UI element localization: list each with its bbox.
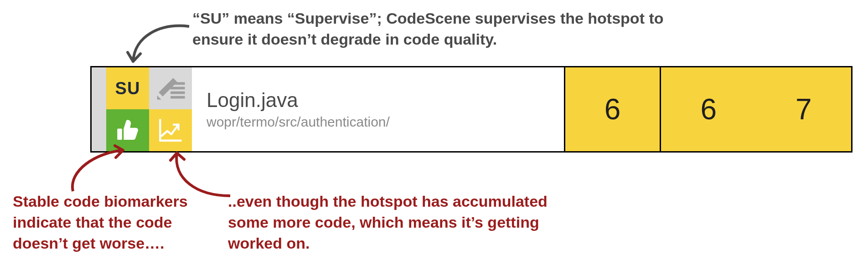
row-left-gutter [92, 67, 106, 151]
file-info: Login.java wopr/termo/src/authentication… [192, 67, 564, 151]
trend-up-icon [158, 117, 183, 143]
annotation-stable-biomarkers: Stable code biomarkers indicate that the… [13, 191, 227, 254]
supervise-label: SU [115, 79, 140, 98]
metric-c-value: 7 [796, 92, 812, 126]
svg-rect-2 [170, 82, 185, 85]
metric-c: 7 [756, 67, 852, 151]
metric-b: 6 [661, 67, 756, 151]
svg-rect-6 [117, 129, 122, 140]
edit-cell [149, 67, 192, 109]
file-path: wopr/termo/src/authentication/ [207, 114, 564, 130]
trend-cell [149, 109, 192, 151]
stable-biomarker-cell [106, 109, 149, 151]
annotation-su-meaning: “SU” means “Supervise”; CodeScene superv… [192, 8, 717, 50]
svg-rect-3 [170, 87, 185, 90]
file-name: Login.java [207, 89, 564, 112]
arrow-to-thumb [64, 146, 141, 196]
metric-cell-bc: 6 7 [660, 67, 851, 151]
metric-a-value: 6 [604, 92, 621, 126]
svg-rect-5 [170, 96, 185, 99]
metric-cell-a: 6 [564, 67, 660, 151]
supervise-badge: SU [106, 67, 149, 109]
annotation-accumulated-code: ..even though the hotspot has accumulate… [228, 191, 570, 254]
svg-marker-0 [157, 96, 161, 100]
svg-rect-4 [170, 92, 185, 94]
biomarker-quadrant: SU [106, 67, 192, 151]
edit-icon [154, 72, 187, 105]
thumbs-up-icon [115, 117, 140, 143]
arrow-to-su [123, 18, 191, 71]
hotspot-row: SU [90, 66, 852, 153]
metric-b-value: 6 [700, 92, 717, 126]
